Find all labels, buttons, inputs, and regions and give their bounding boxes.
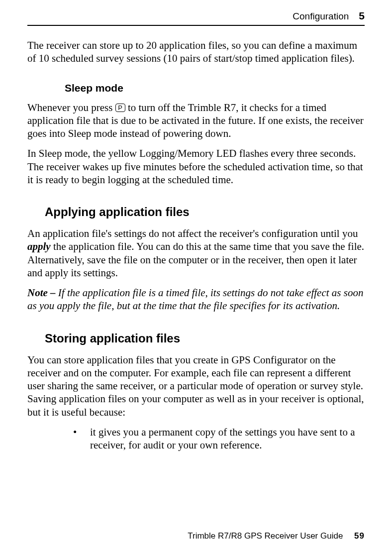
intro-paragraph: The receiver can store up to 20 applicat… [27, 39, 365, 65]
applying-p1: An application file's settings do not af… [27, 227, 365, 279]
sleep-mode-p2: In Sleep mode, the yellow Logging/Memory… [27, 147, 365, 186]
heading-sleep-mode: Sleep mode [65, 82, 365, 94]
header-title: Configuration [293, 11, 349, 22]
heading-applying: Applying application files [45, 205, 365, 219]
text-fragment: Whenever you press [27, 102, 115, 113]
text-fragment: An application file's settings do not af… [27, 227, 358, 239]
sleep-mode-p1: Whenever you press P to turn off the Tri… [27, 101, 365, 140]
applying-note: Note – If the application file is a time… [27, 286, 365, 313]
page-header: Configuration 5 [27, 10, 365, 26]
storing-bullet-list: it gives you a permanent copy of the set… [73, 426, 365, 452]
footer-book-title: Trimble R7/R8 GPS Receiver User Guide [188, 531, 343, 541]
page-footer: Trimble R7/R8 GPS Receiver User Guide 59 [188, 531, 365, 541]
note-label: Note – [27, 287, 58, 299]
chapter-number: 5 [359, 10, 365, 22]
list-item: it gives you a permanent copy of the set… [73, 426, 365, 452]
footer-page-number: 59 [354, 531, 365, 541]
note-body: If the application file is a timed file,… [27, 287, 363, 312]
storing-p1: You can store application files that you… [27, 353, 365, 419]
text-fragment: the application file. You can do this at… [27, 240, 364, 279]
page: Configuration 5 The receiver can store u… [0, 0, 392, 558]
heading-storing: Storing application files [45, 332, 365, 345]
emphasis-apply: apply [27, 240, 51, 252]
power-key-icon: P [115, 104, 125, 112]
